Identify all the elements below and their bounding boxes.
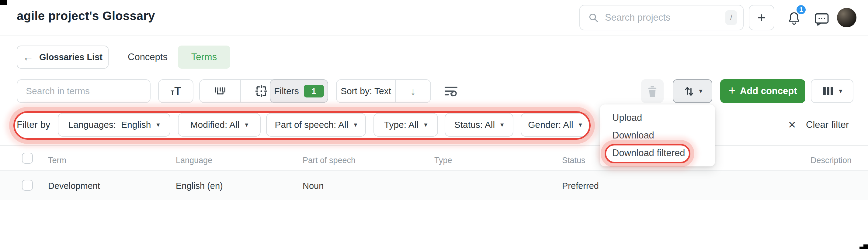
screenshot-artifact-top-left — [0, 0, 7, 5]
table-row[interactable] — [0, 171, 868, 200]
filter-pill-status[interactable]: Status: All ▾ — [445, 113, 514, 137]
filters-button-label: Filters — [274, 86, 299, 96]
filter-pill-part-of-speech[interactable]: Part of speech: All ▾ — [266, 113, 366, 137]
plus-icon: + — [728, 84, 735, 98]
cell-part-of-speech: Noun — [303, 181, 323, 191]
column-header-status[interactable]: Status — [562, 156, 585, 165]
filters-button[interactable]: Filters 1 — [270, 79, 328, 103]
tab-terms[interactable]: Terms — [178, 45, 230, 69]
project-search-field[interactable]: / — [579, 5, 744, 30]
columns-icon — [822, 85, 835, 97]
filter-pill-label: Part of speech: All — [275, 120, 348, 130]
column-header-description[interactable]: Description — [810, 156, 851, 165]
user-avatar[interactable] — [837, 8, 857, 27]
back-arrow-icon: ← — [23, 51, 34, 64]
menu-item-upload[interactable]: Upload — [600, 109, 715, 127]
text-wrap-button[interactable] — [439, 79, 463, 103]
filter-pill-label: Gender: All — [528, 120, 573, 130]
terms-search-field[interactable] — [17, 79, 151, 103]
add-concept-label: Add concept — [740, 85, 797, 97]
upload-download-menu: Upload Download Download filtered — [600, 104, 715, 167]
text-wrap-icon — [443, 85, 459, 98]
cell-status: Preferred — [562, 181, 599, 191]
match-case-icon: тT — [170, 85, 181, 98]
clear-filter-x-icon[interactable]: × — [788, 113, 796, 137]
match-case-button[interactable]: тT — [158, 79, 193, 103]
arrow-down-icon: ↓ — [411, 85, 416, 97]
chat-icon — [814, 12, 830, 27]
sort-by-button[interactable]: Sort by: Text — [337, 80, 395, 102]
menu-item-download[interactable]: Download — [600, 127, 715, 144]
delete-button[interactable] — [641, 79, 663, 103]
sort-direction-button[interactable]: ↓ — [395, 80, 430, 102]
filter-by-label: Filter by — [17, 113, 50, 137]
chevron-down-icon: ▾ — [579, 121, 582, 128]
filters-count-badge: 1 — [304, 85, 324, 98]
up-down-arrows-icon — [682, 84, 696, 98]
row-checkbox[interactable] — [22, 180, 33, 191]
filter-pill-label: Status: All — [454, 120, 495, 130]
back-to-glossaries-button[interactable]: ← Glossaries List — [17, 45, 108, 69]
filter-pill-gender[interactable]: Gender: All ▾ — [521, 113, 589, 137]
terms-search-input[interactable] — [25, 85, 142, 97]
table-top-divider — [0, 145, 868, 146]
column-header-part-of-speech[interactable]: Part of speech — [303, 156, 355, 165]
filter-pill-modified[interactable]: Modified: All ▾ — [178, 113, 261, 137]
tab-concepts[interactable]: Concepts — [128, 45, 167, 69]
chevron-down-icon: ▾ — [500, 121, 504, 128]
filter-pill-label: Modified: All — [190, 120, 240, 130]
column-header-language[interactable]: Language — [176, 156, 212, 165]
notification-count-badge: 1 — [796, 4, 807, 15]
column-header-term[interactable]: Term — [48, 156, 66, 165]
columns-menu-button[interactable]: ▾ — [811, 79, 854, 103]
page-title: agile project's Glossary — [17, 9, 155, 23]
plus-icon: + — [757, 9, 766, 26]
cell-term[interactable]: Development — [48, 181, 100, 191]
cell-language: English (en) — [176, 181, 223, 191]
search-shortcut-key: / — [725, 10, 737, 25]
filter-pill-languages[interactable]: Languages: English ▾ — [58, 113, 170, 137]
filter-pill-type[interactable]: Type: All ▾ — [373, 113, 438, 137]
chevron-down-icon: ▾ — [699, 88, 702, 95]
back-button-label: Glossaries List — [39, 52, 102, 62]
chevron-down-icon: ▾ — [156, 121, 160, 128]
chevron-down-icon: ▾ — [839, 88, 842, 95]
column-header-type[interactable]: Type — [434, 156, 452, 165]
screenshot-artifact-bottom-right — [860, 247, 868, 249]
select-all-checkbox[interactable] — [22, 153, 33, 164]
match-whole-words-icon — [213, 85, 227, 98]
filter-pill-label: Type: All — [384, 120, 418, 130]
new-project-button[interactable]: + — [749, 5, 774, 30]
chevron-down-icon: ▾ — [354, 121, 357, 128]
clear-filter-button[interactable]: Clear filter — [806, 113, 849, 137]
trash-icon — [646, 84, 658, 98]
search-icon — [588, 12, 599, 23]
filter-pill-label: Languages: English — [68, 120, 151, 130]
menu-item-download-filtered[interactable]: Download filtered — [600, 144, 715, 162]
upload-download-menu-button[interactable]: ▾ — [673, 79, 712, 103]
chevron-down-icon: ▾ — [245, 121, 248, 128]
exact-match-frame-icon — [254, 84, 268, 98]
sort-button: Sort by: Text ↓ — [336, 79, 431, 103]
project-search-input[interactable] — [604, 12, 720, 23]
chevron-down-icon: ▾ — [424, 121, 427, 128]
feedback-button[interactable] — [814, 12, 830, 27]
header-divider — [0, 36, 868, 36]
match-whole-words-button[interactable] — [200, 80, 240, 102]
add-concept-button[interactable]: + Add concept — [720, 79, 805, 103]
